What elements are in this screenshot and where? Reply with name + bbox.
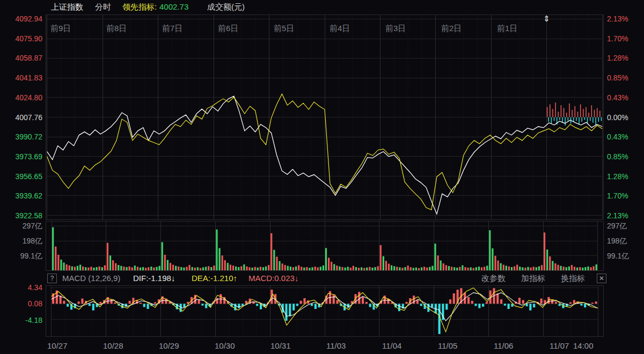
volume-axis-label-left: 99.1亿 (0, 251, 42, 261)
percent-axis-label: 0.85% (607, 73, 628, 83)
price-axis-label: 3990.72 (0, 132, 42, 142)
percent-axis-label: 0.43% (607, 132, 628, 142)
price-axis-label: 4092.94 (0, 14, 42, 24)
time-label: 14:00 (573, 341, 594, 351)
switch-indicator-button[interactable]: 换指标 (561, 273, 585, 284)
price-axis-label: 4041.83 (0, 73, 42, 83)
price-axis-label: 3973.69 (0, 152, 42, 161)
macd-value: MACD:0.023↓ (248, 273, 298, 284)
lead-indicator-value: 4002.73 (159, 2, 188, 12)
day-label: 前7日 (162, 24, 182, 33)
percent-axis-label: 1.70% (607, 34, 628, 43)
percent-axis-label: 0.85% (607, 152, 628, 161)
change-params-button[interactable]: 改参数 (481, 273, 506, 284)
day-label: 前6日 (218, 24, 238, 33)
macd-label: MACD:0.023 (248, 274, 295, 283)
date-label: 11/04 (382, 341, 401, 351)
main-price-chart-canvas[interactable] (46, 15, 603, 219)
day-label: 前1日 (497, 24, 517, 33)
lead-indicator-label: 领先指标: (122, 2, 157, 12)
percent-axis-label: 1.70% (607, 191, 628, 201)
price-axis-label: 4075.90 (0, 34, 42, 43)
price-axis-label: 4024.80 (0, 93, 42, 102)
volume-chart-canvas[interactable] (46, 222, 603, 270)
help-icon[interactable]: ? (47, 274, 57, 283)
day-label: 前9日 (50, 24, 71, 33)
macd-axis-label: 0.08 (0, 299, 42, 308)
percent-axis-label: 2.13% (607, 14, 628, 24)
price-axis-label: 4058.87 (0, 53, 42, 63)
tab-minute-mode[interactable]: 分时 (95, 2, 111, 12)
day-label: 前8日 (106, 24, 127, 33)
close-icon[interactable]: ✕ (597, 274, 606, 283)
volume-axis-label-left: 297亿 (0, 221, 42, 231)
volume-pane[interactable] (46, 221, 604, 271)
day-label: 前2日 (441, 24, 462, 33)
date-label: 10/30 (215, 341, 235, 351)
main-price-pane[interactable] (46, 14, 604, 220)
macd-chart-canvas[interactable] (46, 286, 603, 336)
percent-axis-label: 0.00% (607, 113, 628, 122)
macd-axis-label: -4.18 (0, 315, 42, 325)
date-label: 10/29 (159, 341, 179, 351)
stock-app-window: 上证指数 分时 领先指标: 4002.73 成交额(元) ⇕ ? MACD (1… (0, 0, 644, 354)
volume-axis-label-left: 198亿 (0, 236, 42, 246)
date-label: 11/05 (438, 341, 457, 351)
macd-name-label: MACD (12,26,9) (62, 273, 120, 284)
day-label: 前3日 (385, 24, 406, 33)
date-label: 11/03 (326, 341, 346, 351)
date-label: 11/07 (550, 341, 569, 351)
date-label: 10/31 (270, 341, 291, 351)
date-label: 10/27 (47, 341, 68, 351)
volume-axis-label-right: 99.1亿 (607, 251, 629, 261)
price-axis-label: 4007.76 (0, 113, 42, 122)
resize-handle-icon[interactable]: ⇕ (543, 14, 550, 24)
date-label: 10/28 (103, 341, 123, 351)
percent-axis-label: 2.13% (607, 211, 628, 220)
volume-axis-label-right: 297亿 (607, 221, 627, 231)
price-axis-label: 3922.58 (0, 211, 42, 220)
dif-label: DIF:-1.198 (133, 274, 171, 283)
dif-value: DIF:-1.198↓ (133, 273, 175, 284)
dea-up-arrow-icon: ↑ (233, 274, 238, 283)
price-axis-label: 3956.65 (0, 172, 42, 181)
index-title: 上证指数 (51, 2, 83, 12)
macd-axis-label: 4.34 (0, 283, 42, 292)
add-indicator-button[interactable]: 加指标 (521, 273, 545, 284)
percent-axis-label: 0.43% (607, 93, 628, 102)
macd-down-arrow-icon: ↓ (295, 274, 299, 283)
dea-label: DEA:-1.210 (192, 274, 233, 283)
percent-axis-label: 1.28% (607, 53, 628, 63)
dif-down-arrow-icon: ↓ (171, 274, 175, 283)
turnover-label: 成交额(元) (207, 2, 245, 12)
dea-value: DEA:-1.210↑ (192, 273, 237, 284)
price-axis-label: 3939.62 (0, 191, 42, 201)
day-label: 前5日 (274, 24, 294, 33)
macd-pane[interactable] (46, 285, 604, 337)
day-label: 前4日 (330, 24, 350, 33)
volume-axis-label-right: 198亿 (607, 236, 627, 246)
percent-axis-label: 1.28% (607, 172, 628, 181)
date-label: 11/06 (494, 341, 513, 351)
